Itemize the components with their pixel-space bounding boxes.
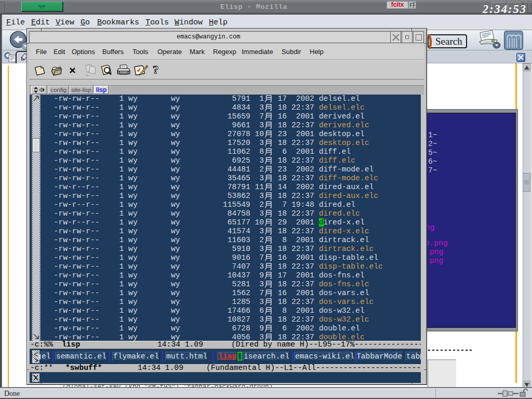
svg-text:?: ? [153,63,159,76]
